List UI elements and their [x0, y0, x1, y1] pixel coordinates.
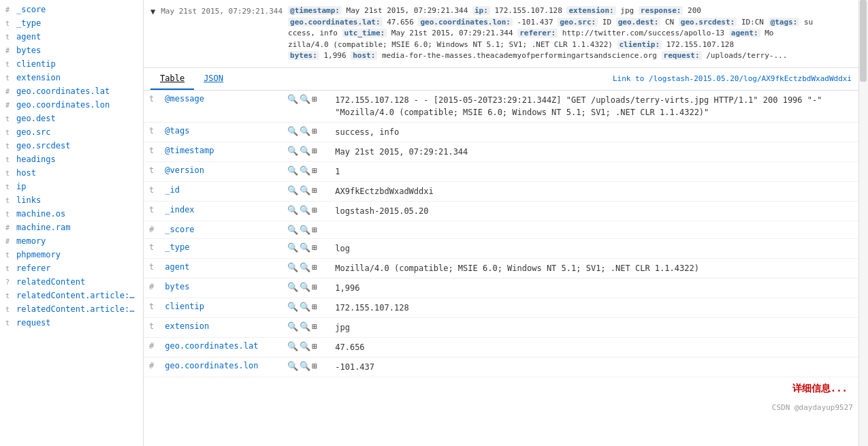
right-scrollbar[interactable]: [858, 0, 868, 446]
search-minus-icon[interactable]: 🔍: [300, 262, 310, 272]
columns-icon[interactable]: ⊞: [312, 321, 317, 332]
search-plus-icon[interactable]: 🔍: [287, 302, 298, 312]
search-plus-icon[interactable]: 🔍: [287, 165, 298, 176]
field-type-indicator: t: [144, 298, 159, 317]
sidebar-item-geo-coordinates-lon[interactable]: #geo.coordinates.lon: [0, 98, 143, 112]
columns-icon[interactable]: ⊞: [312, 165, 317, 176]
sidebar-item-memory[interactable]: #memory: [0, 234, 143, 248]
columns-icon[interactable]: ⊞: [312, 185, 317, 195]
sidebar-item-ip[interactable]: tip: [0, 180, 143, 193]
field-name[interactable]: @message: [159, 91, 282, 123]
search-minus-icon[interactable]: 🔍: [300, 165, 310, 176]
sidebar-item-referer[interactable]: treferer: [0, 261, 143, 275]
field-name[interactable]: bytes: [159, 278, 282, 298]
sidebar-item--type[interactable]: t_type: [0, 16, 143, 30]
sidebar-item-machine-ram[interactable]: #machine.ram: [0, 221, 143, 234]
sidebar-item-relatedContent[interactable]: ?relatedContent: [0, 275, 143, 289]
search-plus-icon[interactable]: 🔍: [287, 341, 298, 351]
log-toggle[interactable]: ▼: [150, 7, 155, 16]
search-plus-icon[interactable]: 🔍: [287, 361, 298, 371]
search-minus-icon[interactable]: 🔍: [300, 126, 310, 136]
columns-icon[interactable]: ⊞: [312, 146, 317, 156]
field-name[interactable]: geo.coordinates.lon: [159, 357, 282, 377]
columns-icon[interactable]: ⊞: [312, 225, 317, 235]
search-minus-icon[interactable]: 🔍: [300, 205, 310, 215]
t-type-icon: t: [5, 265, 14, 272]
search-plus-icon[interactable]: 🔍: [287, 185, 298, 195]
log-key-ip: ip:: [472, 6, 490, 15]
columns-icon[interactable]: ⊞: [312, 242, 317, 253]
search-plus-icon[interactable]: 🔍: [287, 126, 298, 136]
sidebar-item-clientip[interactable]: tclientip: [0, 57, 143, 71]
sidebar-item-agent[interactable]: tagent: [0, 30, 143, 44]
field-name[interactable]: @timestamp: [159, 142, 282, 161]
search-plus-icon[interactable]: 🔍: [287, 262, 298, 272]
field-name[interactable]: clientip: [159, 298, 282, 317]
columns-icon[interactable]: ⊞: [312, 126, 317, 136]
field-actions: 🔍🔍⊞: [282, 161, 329, 181]
sidebar-item-machine-os[interactable]: tmachine.os: [0, 207, 143, 221]
search-plus-icon[interactable]: 🔍: [287, 205, 298, 215]
table-row: t_id🔍🔍⊞AX9fkEctzbdWxadWddxi: [144, 181, 858, 201]
columns-icon[interactable]: ⊞: [312, 341, 317, 351]
search-minus-icon[interactable]: 🔍: [300, 282, 310, 292]
sidebar-item-geo-srcdest[interactable]: tgeo.srcdest: [0, 139, 143, 153]
field-value: AX9fkEctzbdWxadWddxi: [329, 181, 858, 201]
search-plus-icon[interactable]: 🔍: [287, 225, 298, 235]
columns-icon[interactable]: ⊞: [312, 302, 317, 312]
search-minus-icon[interactable]: 🔍: [300, 242, 310, 253]
field-name[interactable]: agent: [159, 258, 282, 278]
sidebar-item-links[interactable]: tlinks: [0, 193, 143, 207]
search-plus-icon[interactable]: 🔍: [287, 321, 298, 332]
sidebar-item-relatedContent-article-publish---[interactable]: trelatedContent.article:publish...: [0, 302, 143, 316]
sidebar-item-geo-dest[interactable]: tgeo.dest: [0, 112, 143, 125]
tab-json[interactable]: JSON: [194, 68, 233, 90]
field-name[interactable]: extension: [159, 317, 282, 337]
sidebar-item-extension[interactable]: textension: [0, 71, 143, 84]
sidebar-item-request[interactable]: trequest: [0, 316, 143, 330]
search-plus-icon[interactable]: 🔍: [287, 94, 298, 104]
field-name[interactable]: @tags: [159, 122, 282, 142]
sidebar-item-label: geo.dest: [16, 114, 56, 123]
field-name[interactable]: _index: [159, 201, 282, 221]
field-actions: 🔍🔍⊞: [282, 258, 329, 278]
field-name[interactable]: @version: [159, 161, 282, 181]
log-key-geo-src: geo.src:: [558, 18, 598, 27]
table-row: t@timestamp🔍🔍⊞May 21st 2015, 07:29:21.34…: [144, 142, 858, 161]
sidebar-item-headings[interactable]: theadings: [0, 153, 143, 166]
columns-icon[interactable]: ⊞: [312, 205, 317, 215]
search-minus-icon[interactable]: 🔍: [300, 146, 310, 156]
tab-table[interactable]: Table: [150, 68, 194, 90]
columns-icon[interactable]: ⊞: [312, 282, 317, 292]
search-minus-icon[interactable]: 🔍: [300, 225, 310, 235]
sidebar-item-relatedContent-article-modifie---[interactable]: trelatedContent.article:modifie...: [0, 289, 143, 302]
field-type-indicator: #: [144, 278, 159, 298]
search-minus-icon[interactable]: 🔍: [300, 94, 310, 104]
search-minus-icon[interactable]: 🔍: [300, 341, 310, 351]
sidebar-item-host[interactable]: thost: [0, 166, 143, 180]
scroll-thumb[interactable]: [860, 0, 867, 82]
columns-icon[interactable]: ⊞: [312, 361, 317, 371]
search-minus-icon[interactable]: 🔍: [300, 321, 310, 332]
field-actions: 🔍🔍⊞: [282, 122, 329, 142]
search-plus-icon[interactable]: 🔍: [287, 282, 298, 292]
sidebar-item-geo-src[interactable]: tgeo.src: [0, 125, 143, 139]
t-type-icon: t: [5, 61, 14, 68]
search-minus-icon[interactable]: 🔍: [300, 302, 310, 312]
field-name[interactable]: geo.coordinates.lat: [159, 337, 282, 357]
tab-link[interactable]: Link to /logstash-2015.05.20/log/AX9fkEc…: [613, 69, 852, 89]
field-name[interactable]: _id: [159, 181, 282, 201]
sidebar-item-geo-coordinates-lat[interactable]: #geo.coordinates.lat: [0, 84, 143, 98]
search-minus-icon[interactable]: 🔍: [300, 361, 310, 371]
columns-icon[interactable]: ⊞: [312, 262, 317, 272]
search-minus-icon[interactable]: 🔍: [300, 185, 310, 195]
field-name[interactable]: _score: [159, 221, 282, 238]
field-name[interactable]: _type: [159, 238, 282, 258]
columns-icon[interactable]: ⊞: [312, 94, 317, 104]
search-plus-icon[interactable]: 🔍: [287, 146, 298, 156]
search-plus-icon[interactable]: 🔍: [287, 242, 298, 253]
field-actions: 🔍🔍⊞: [282, 278, 329, 298]
sidebar-item-bytes[interactable]: #bytes: [0, 44, 143, 57]
sidebar-item-phpmemory[interactable]: tphpmemory: [0, 248, 143, 261]
sidebar-item--score[interactable]: #_score: [0, 3, 143, 16]
